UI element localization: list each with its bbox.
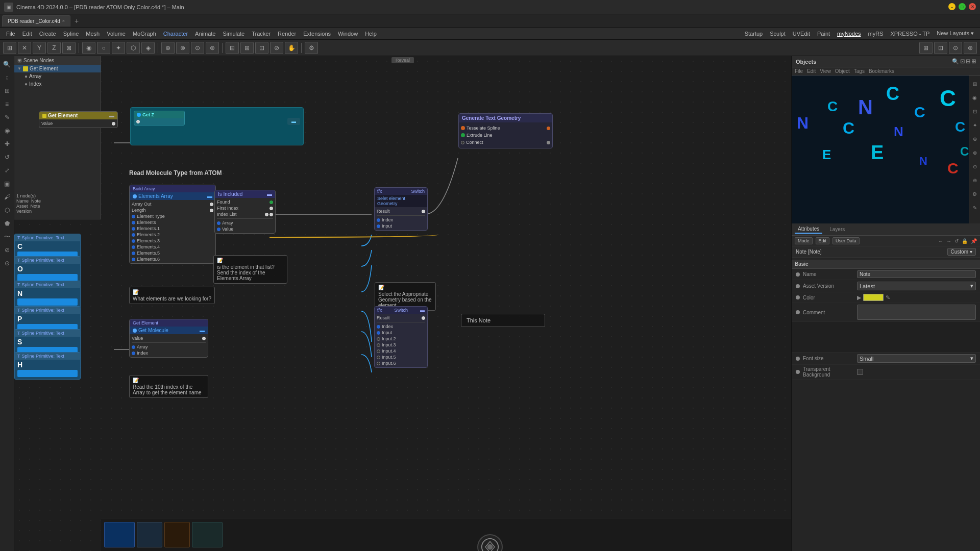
is-included-collapse[interactable]: ▬ bbox=[267, 191, 272, 197]
elements-array-collapse[interactable]: ▬ bbox=[207, 193, 212, 199]
vp-icon-7[interactable]: ⊙ bbox=[969, 160, 981, 172]
obj-tab-tags[interactable]: Tags bbox=[854, 68, 865, 74]
value-in-port[interactable] bbox=[217, 228, 220, 231]
get-mol-array-port[interactable] bbox=[132, 345, 135, 349]
preview-thumb-1[interactable] bbox=[104, 522, 135, 547]
color-swatch[interactable] bbox=[863, 294, 884, 301]
vp-icon-5[interactable]: ⊕ bbox=[969, 133, 981, 145]
icon-right2[interactable]: ⊡ bbox=[934, 42, 947, 54]
first-index-port[interactable] bbox=[270, 207, 273, 210]
tree-get-element[interactable]: ▼ Get Element bbox=[14, 65, 101, 72]
nav-myrs[interactable]: myRS bbox=[865, 30, 887, 38]
name-attr-value[interactable]: Note bbox=[857, 270, 976, 278]
nav-mynodes[interactable]: myNodes bbox=[834, 30, 864, 38]
elements3-in[interactable] bbox=[132, 239, 135, 243]
switch2-index-port[interactable] bbox=[377, 325, 380, 329]
obj-tab-bookmarks[interactable]: Bookmarks bbox=[869, 68, 894, 74]
icon-z[interactable]: Z bbox=[47, 42, 61, 54]
icon-add[interactable]: ⊕ bbox=[161, 42, 175, 54]
nav-mesh[interactable]: Mesh bbox=[83, 30, 103, 38]
color-edit-icon[interactable]: ✎ bbox=[886, 294, 890, 301]
nav-volume[interactable]: Volume bbox=[104, 30, 129, 38]
switch1-result-port[interactable] bbox=[422, 210, 425, 213]
sidebar-layers-icon[interactable]: ≡ bbox=[1, 98, 13, 110]
sidebar-knife-icon[interactable]: ⊘ bbox=[1, 244, 13, 256]
elements2-in[interactable] bbox=[132, 233, 135, 237]
attrs-refresh-icon[interactable]: ↺ bbox=[954, 238, 959, 244]
icon-star[interactable]: ✦ bbox=[112, 42, 125, 54]
nav-create[interactable]: Create bbox=[36, 30, 59, 38]
vp-icon-6[interactable]: ⊗ bbox=[969, 146, 981, 159]
attrs-back-icon[interactable]: ← bbox=[938, 238, 943, 244]
comment-text-area[interactable] bbox=[792, 322, 980, 353]
nav-mograph[interactable]: MoGraph bbox=[130, 30, 159, 38]
icon-box[interactable]: ⊠ bbox=[62, 42, 76, 54]
index-list-port2[interactable] bbox=[270, 213, 273, 216]
icon-lock[interactable]: ⊡ bbox=[255, 42, 268, 54]
attrs-pin-icon[interactable]: 📌 bbox=[971, 238, 977, 244]
index-list-port1[interactable] bbox=[265, 213, 268, 216]
close-button[interactable]: ✕ bbox=[969, 3, 976, 10]
icon-link[interactable]: ⊟ bbox=[226, 42, 239, 54]
icon-right3[interactable]: ⊙ bbox=[949, 42, 962, 54]
elements6-in[interactable] bbox=[132, 258, 135, 261]
tab-close-icon[interactable]: × bbox=[62, 18, 65, 23]
icon-y[interactable]: Y bbox=[33, 42, 46, 54]
sidebar-edit-icon[interactable]: ✎ bbox=[1, 111, 13, 123]
obj-tab-file[interactable]: File bbox=[795, 68, 803, 74]
get-z-in-port[interactable] bbox=[136, 120, 140, 123]
nav-extensions[interactable]: Extensions bbox=[300, 30, 334, 38]
sidebar-magnet-icon[interactable]: ⊙ bbox=[1, 257, 13, 269]
sidebar-search-icon[interactable]: 🔍 bbox=[1, 58, 13, 70]
get-molecule-collapse[interactable]: ▬ bbox=[200, 328, 205, 333]
icon-circle[interactable]: ◉ bbox=[82, 42, 95, 54]
icon-diamond[interactable]: ◈ bbox=[141, 42, 155, 54]
maximize-button[interactable]: □ bbox=[959, 3, 966, 10]
attrs-forward-icon[interactable]: → bbox=[946, 238, 951, 244]
preview-thumb-3[interactable] bbox=[164, 522, 190, 547]
icon-settings[interactable]: ⚙ bbox=[305, 42, 318, 54]
icon-polygon[interactable]: ⬡ bbox=[127, 42, 140, 54]
font-size-dropdown[interactable]: Small ▾ bbox=[857, 354, 976, 363]
this-note-box[interactable]: This Note bbox=[461, 314, 545, 327]
nav-file[interactable]: File bbox=[3, 30, 18, 38]
get-element-collapse-icon[interactable]: ▬ bbox=[109, 113, 114, 118]
nav-edit[interactable]: Edit bbox=[19, 30, 35, 38]
value-out-port[interactable] bbox=[112, 122, 115, 126]
tree-index[interactable]: ● Index bbox=[14, 80, 101, 88]
get-molecule-node[interactable]: Get Element Get Molecule ▬ Value Array bbox=[129, 319, 208, 358]
preview-thumb-4[interactable] bbox=[192, 522, 223, 547]
elements4-in[interactable] bbox=[132, 245, 135, 249]
icon-right4[interactable]: ⊛ bbox=[964, 42, 977, 54]
vp-icon-10[interactable]: ✎ bbox=[969, 202, 981, 214]
switch1-index-port[interactable] bbox=[377, 218, 380, 222]
objects-search-icon[interactable]: 🔍 bbox=[952, 58, 959, 65]
nav-simulate[interactable]: Simulate bbox=[219, 30, 248, 38]
sidebar-sculpt-icon[interactable]: ⬡ bbox=[1, 204, 13, 216]
objects-icon-1[interactable]: ⊡ bbox=[960, 58, 965, 65]
elements-in[interactable] bbox=[132, 221, 135, 224]
icon-intersect[interactable]: ⊙ bbox=[191, 42, 204, 54]
obj-tab-view[interactable]: View bbox=[820, 68, 831, 74]
nav-layouts[interactable]: New Layouts ▾ bbox=[934, 29, 977, 38]
get-z-node[interactable]: Get Z bbox=[134, 111, 185, 126]
switch1-node[interactable]: f/x Switch Selet element Geometry Result… bbox=[374, 187, 428, 231]
attrs-edit-btn[interactable]: Edit bbox=[816, 237, 830, 244]
vp-icon-8[interactable]: ⊛ bbox=[969, 174, 981, 186]
icon-ring[interactable]: ○ bbox=[97, 42, 110, 54]
nav-spline[interactable]: Spline bbox=[60, 30, 82, 38]
vp-icon-2[interactable]: ◉ bbox=[969, 91, 981, 104]
length-port[interactable] bbox=[210, 209, 213, 212]
array-out-port[interactable] bbox=[210, 203, 213, 206]
nav-xpresso[interactable]: XPRESSO - TP bbox=[888, 30, 933, 38]
icon-grid[interactable]: ⊞ bbox=[3, 42, 16, 54]
sidebar-arrow-icon[interactable]: ↕ bbox=[1, 71, 13, 84]
objects-icon-2[interactable]: ⊟ bbox=[966, 58, 970, 65]
vp-icon-3[interactable]: ⊡ bbox=[969, 105, 981, 117]
sidebar-poly-icon[interactable]: ⬟ bbox=[1, 217, 13, 230]
elements5-in[interactable] bbox=[132, 252, 135, 255]
nav-character[interactable]: Character bbox=[160, 30, 191, 38]
nav-window[interactable]: Window bbox=[335, 30, 361, 38]
switch2-input-port[interactable] bbox=[377, 331, 380, 335]
attrs-userdata-btn[interactable]: User Data bbox=[832, 237, 860, 244]
